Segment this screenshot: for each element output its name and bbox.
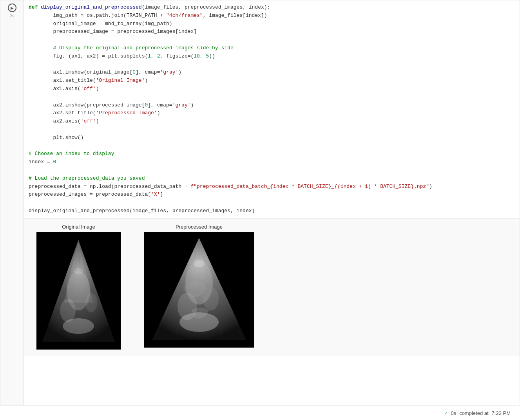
cell-gutter: ▶ 2s xyxy=(0,0,24,406)
preprocessed-image-block: Preprocessed Image xyxy=(144,224,254,348)
run-button[interactable]: ▶ xyxy=(8,4,16,12)
code-line: # Choose an index to display xyxy=(29,150,515,158)
code-line: ax2.set_title('Preprocessed Image') xyxy=(29,109,515,117)
svg-point-10 xyxy=(63,318,94,334)
code-line: ax1.imshow(original_image[0], cmap='gray… xyxy=(29,68,515,77)
status-duration: 0s xyxy=(451,410,456,416)
code-line xyxy=(29,142,515,150)
code-line xyxy=(29,93,515,101)
code-line: display_original_and_preprocessed(image_… xyxy=(29,207,515,215)
original-image xyxy=(36,232,121,350)
status-time: 7:22 PM xyxy=(492,410,511,416)
code-area[interactable]: def display_original_and_preprocessed(im… xyxy=(24,0,520,219)
notebook-cell: ▶ 2s def display_original_and_preprocess… xyxy=(0,0,520,406)
code-line: plt.show() xyxy=(29,134,515,142)
code-line: ax1.axis('off') xyxy=(29,85,515,93)
cell-content: def display_original_and_preprocessed(im… xyxy=(24,0,520,406)
cell-number: 2s xyxy=(9,14,14,18)
code-line: # Display the original and preprocessed … xyxy=(29,44,515,52)
code-line xyxy=(29,166,515,175)
preprocessed-image-title: Preprocessed Image xyxy=(176,224,223,230)
code-line: def display_original_and_preprocessed(im… xyxy=(29,4,515,12)
output-area: Original Image xyxy=(24,219,520,356)
code-line: ax2.axis('off') xyxy=(29,117,515,126)
code-line: ax1.set_title('Original Image') xyxy=(29,77,515,85)
code-line: original_image = mhd_to_array(img_path) xyxy=(29,20,515,28)
code-line xyxy=(29,126,515,134)
svg-point-24 xyxy=(193,260,205,267)
code-line xyxy=(29,61,515,69)
code-line: ax2.imshow(preprocessed_image[0], cmap='… xyxy=(29,101,515,110)
preprocessed-image xyxy=(144,232,254,348)
code-line: fig, (ax1, ax2) = plt.subplots(1, 2, fig… xyxy=(29,52,515,61)
status-bar: ✓ 0s completed at 7:22 PM xyxy=(0,406,520,420)
code-line: preprocessed_data = np.load(preprocessed… xyxy=(29,183,515,191)
images-row: Original Image xyxy=(29,224,515,350)
svg-point-12 xyxy=(74,268,83,274)
code-line: img_path = os.path.join(TRAIN_PATH + "4c… xyxy=(29,12,515,20)
code-line: index = 0 xyxy=(29,158,515,166)
original-image-title: Original Image xyxy=(62,224,95,230)
original-image-block: Original Image xyxy=(36,224,121,350)
status-completed-label: completed at xyxy=(459,410,488,416)
status-check-icon: ✓ xyxy=(444,410,448,416)
code-line xyxy=(29,36,515,44)
code-line: preprocessed_image = preprocessed_images… xyxy=(29,28,515,36)
code-line xyxy=(29,199,515,207)
code-line: preprocessed_images = preprocessed_data[… xyxy=(29,191,515,199)
code-line: # Load the preprocessed_data you saved xyxy=(29,175,515,183)
